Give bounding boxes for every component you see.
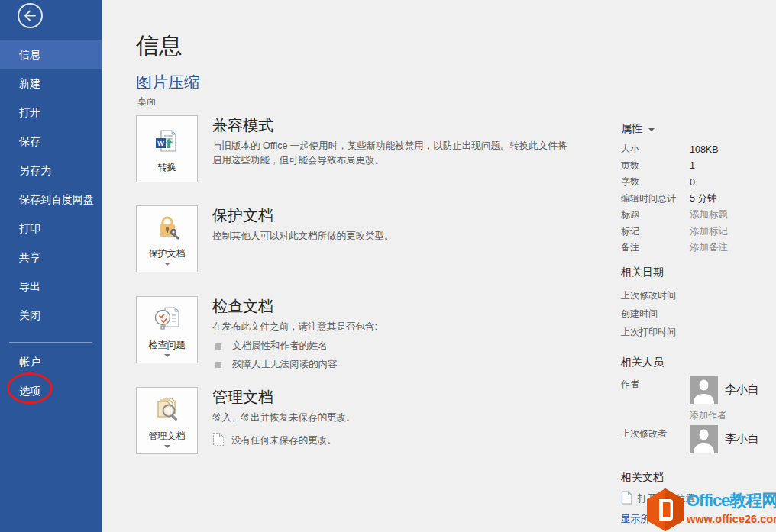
property-label: 编辑时间总计	[621, 192, 690, 205]
backstage-nav-footer: 帐户 选项	[0, 336, 102, 405]
properties-header-label: 属性	[621, 122, 642, 134]
file-location-icon	[621, 491, 638, 507]
author-avatar	[690, 376, 718, 404]
author-name: 李小白	[725, 382, 759, 397]
last-modifier-avatar	[690, 425, 718, 453]
property-label: 大小	[621, 143, 690, 156]
related-dates-header: 相关日期	[621, 266, 664, 279]
dropdown-caret-icon	[164, 445, 170, 448]
add-tags-field[interactable]: 添加标记	[690, 225, 728, 238]
inspect-document-title: 检查文档	[212, 296, 579, 316]
dropdown-caret-icon	[648, 128, 655, 131]
sidebar-item-info[interactable]: 信息	[0, 40, 102, 69]
property-label: 备注	[621, 241, 690, 254]
office26-watermark: Office教程网 www.office26.com	[650, 489, 776, 532]
author-person[interactable]: 李小白	[690, 376, 759, 404]
sidebar-item-save-to-baidu[interactable]: 保存到百度网盘	[0, 185, 102, 214]
sidebar-item-new[interactable]: 新建	[0, 69, 102, 98]
property-row-comments: 备注 添加备注	[621, 240, 774, 256]
date-row-last-printed: 上次打印时间	[621, 323, 676, 341]
dropdown-caret-icon	[164, 354, 170, 357]
property-row-tags: 标记 添加标记	[621, 224, 774, 240]
related-people-header: 相关人员	[621, 356, 664, 369]
property-label: 页数	[621, 160, 690, 172]
inspect-document-icon	[153, 306, 182, 336]
check-for-issues-button-label: 检查问题	[143, 340, 192, 351]
property-row-size: 大小 108KB	[621, 141, 774, 158]
properties-header-dropdown[interactable]: 属性	[621, 122, 655, 136]
sidebar-item-save[interactable]: 保存	[0, 127, 102, 156]
sidebar-item-export[interactable]: 导出	[0, 272, 102, 301]
svg-text:W: W	[157, 140, 164, 147]
author-label: 作者	[621, 378, 639, 391]
manage-document-desc: 签入、签出并恢复未保存的更改。	[212, 411, 571, 425]
watermark-site-name: Office教程网	[687, 489, 776, 512]
related-dates-rows: 上次修改时间 创建时间 上次打印时间	[621, 286, 676, 341]
watermark-text: Office教程网 www.office26.com	[687, 489, 776, 525]
protect-document-button-label: 保护文档	[143, 248, 192, 260]
property-value: 108KB	[690, 144, 719, 155]
sidebar-item-options[interactable]: 选项	[0, 376, 102, 405]
protect-document-title: 保护文档	[212, 205, 579, 225]
page-title: 信息	[136, 31, 182, 62]
manage-document-title: 管理文档	[212, 387, 579, 407]
document-location: 桌面	[137, 95, 156, 108]
section-protect-document: 保护文档 保护文档 控制其他人可以对此文档所做的更改类型。	[136, 205, 579, 243]
check-for-issues-button[interactable]: 检查问题	[136, 296, 198, 363]
property-value: 0	[690, 177, 695, 188]
last-modifier-person[interactable]: 李小白	[690, 425, 759, 453]
compatibility-mode-title: 兼容模式	[212, 115, 579, 135]
document-title: 图片压缩	[136, 72, 200, 93]
sidebar-item-save-as[interactable]: 另存为	[0, 156, 102, 185]
bullet-square-icon	[215, 343, 221, 350]
sidebar-divider	[9, 342, 92, 343]
no-unsaved-changes-text: 没有任何未保存的更改。	[231, 434, 337, 447]
protect-document-button[interactable]: 保护文档	[136, 205, 198, 272]
inspect-bullet-text: 残障人士无法阅读的内容	[232, 358, 338, 371]
sidebar-item-open[interactable]: 打开	[0, 98, 102, 127]
sidebar-item-share[interactable]: 共享	[0, 243, 102, 272]
inspect-bullet-text: 文档属性和作者的姓名	[232, 340, 328, 353]
backstage-sidebar: 信息 新建 打开 保存 另存为 保存到百度网盘 打印 共享 导出 关闭 帐户 选…	[0, 0, 102, 532]
last-modifier-label: 上次修改者	[621, 427, 667, 440]
property-value: 1	[690, 160, 695, 171]
office-logo-icon	[644, 487, 687, 532]
property-label: 标记	[621, 225, 690, 238]
section-compatibility-mode: W 转换 兼容模式 与旧版本的 Office 一起使用时，某些新功能被禁用，以防…	[136, 115, 579, 168]
dropdown-caret-icon	[164, 263, 170, 266]
property-row-editing-time: 编辑时间总计 5 分钟	[621, 191, 774, 208]
back-arrow-icon	[17, 18, 44, 31]
add-author-field[interactable]: 添加作者	[690, 409, 726, 422]
backstage-nav: 信息 新建 打开 保存 另存为 保存到百度网盘 打印 共享 导出 关闭	[0, 40, 102, 330]
inspect-document-desc: 在发布此文件之前，请注意其是否包含:	[212, 320, 571, 334]
inspect-bullet-item: 文档属性和作者的姓名	[212, 340, 579, 353]
manage-document-button[interactable]: 管理文档	[136, 387, 198, 454]
property-label: 标题	[621, 208, 690, 221]
date-row-last-modified: 上次修改时间	[621, 286, 676, 305]
convert-button-label: 转换	[143, 162, 192, 173]
sidebar-item-close[interactable]: 关闭	[0, 301, 102, 330]
property-label: 字数	[621, 176, 690, 189]
bullet-square-icon	[215, 362, 221, 368]
sidebar-item-print[interactable]: 打印	[0, 214, 102, 243]
property-row-pages: 页数 1	[621, 158, 774, 175]
section-inspect-document: 检查问题 检查文档 在发布此文件之前，请注意其是否包含: 文档属性和作者的姓名 …	[136, 296, 579, 371]
convert-button[interactable]: W 转换	[136, 115, 198, 182]
inspect-bullet-item: 残障人士无法阅读的内容	[212, 358, 579, 371]
property-row-title: 标题 添加标题	[621, 207, 774, 224]
manage-document-icon	[154, 397, 181, 427]
backstage-info-pane: 信息 图片压缩 桌面 W 转换	[102, 0, 606, 532]
property-row-words: 字数 0	[621, 174, 774, 191]
sidebar-item-account[interactable]: 帐户	[0, 347, 102, 376]
unsaved-document-icon	[212, 432, 231, 449]
manage-document-button-label: 管理文档	[143, 430, 192, 442]
protect-document-desc: 控制其他人可以对此文档所做的更改类型。	[212, 229, 571, 243]
date-row-created: 创建时间	[621, 305, 676, 323]
convert-document-icon: W	[154, 128, 181, 158]
section-manage-document: 管理文档 管理文档 签入、签出并恢复未保存的更改。 没有任何未保存的更改。	[136, 387, 579, 449]
add-comments-field[interactable]: 添加备注	[690, 241, 728, 254]
watermark-site-url: www.office26.com	[687, 513, 776, 525]
back-button[interactable]	[17, 2, 44, 29]
add-title-field[interactable]: 添加标题	[690, 208, 728, 221]
last-modifier-name: 李小白	[725, 432, 759, 447]
